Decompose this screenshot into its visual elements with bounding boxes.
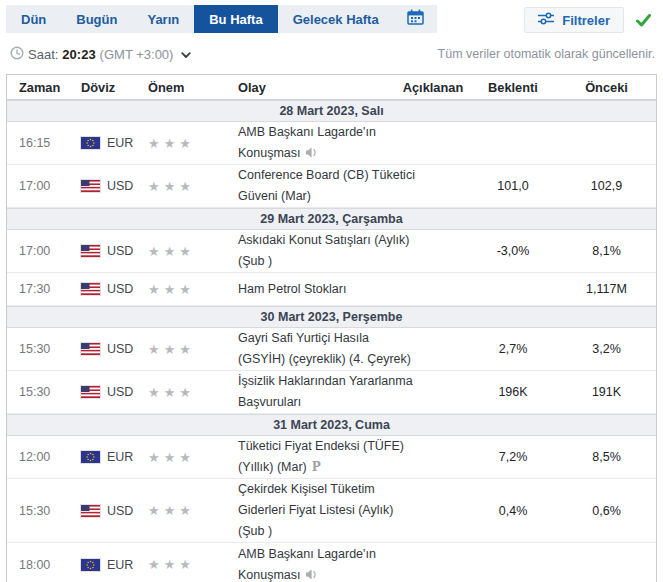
economic-calendar-page: DünBugünYarınBu HaftaGelecek Hafta (0, 0, 663, 582)
event-link[interactable]: Ham Petrol Stokları (238, 282, 346, 296)
tab-gelecek-hafta[interactable]: Gelecek Hafta (278, 5, 394, 33)
eu-flag-icon (81, 451, 100, 463)
event-time: 15:30 (7, 504, 69, 518)
event-time: 15:30 (7, 342, 69, 356)
date-section-header: 28 Mart 2023, Salı (7, 100, 656, 122)
event-currency: USD (69, 504, 136, 518)
col-header-aciklanan: Açıklanan (397, 80, 469, 95)
col-header-olay: Olay (226, 80, 397, 95)
event-time: 18:00 (7, 558, 69, 572)
tab-bu-hafta[interactable]: Bu Hafta (194, 5, 277, 33)
tab-dün[interactable]: Dün (6, 5, 61, 33)
event-currency: USD (69, 342, 136, 356)
event-time: 17:30 (7, 282, 69, 296)
event-cell: AMB Başkanı Lagarde'ın Konuşması (226, 544, 397, 582)
event-cell: Tüketici Fiyat Endeksi (TÜFE) (Yıllık) (… (226, 436, 397, 478)
event-row: 17:30USD★★★Ham Petrol Stokları1,117M (7, 273, 656, 306)
timebar: Saat:20:23 (GMT +3:00) Tüm veriler otoma… (10, 46, 655, 62)
currency-code: USD (107, 179, 133, 193)
event-cell: Çekirdek Kişisel Tüketim Giderleri Fiyat… (226, 479, 397, 542)
event-time: 16:15 (7, 136, 69, 150)
previous-value: 3,2% (557, 342, 656, 356)
col-header-onceki: Önceki (557, 80, 656, 95)
currency-code: USD (107, 244, 133, 258)
event-row: 12:00EUR★★★Tüketici Fiyat Endeksi (TÜFE)… (7, 436, 656, 479)
event-time: 15:30 (7, 385, 69, 399)
event-cell: Conference Board (CB) Tüketici Güveni (M… (226, 165, 397, 207)
eu-flag-icon (81, 137, 100, 149)
event-link[interactable]: Conference Board (CB) Tüketici Güveni (M… (238, 168, 415, 203)
event-currency: EUR (69, 136, 136, 150)
event-currency: EUR (69, 450, 136, 464)
event-link[interactable]: Çekirdek Kişisel Tüketim Giderleri Fiyat… (238, 482, 393, 538)
event-row: 15:30USD★★★Çekirdek Kişisel Tüketim Gide… (7, 479, 656, 543)
importance-stars: ★★★ (136, 282, 226, 297)
event-time: 12:00 (7, 450, 69, 464)
previous-value: 102,9 (557, 179, 656, 193)
event-currency: USD (69, 244, 136, 258)
speech-icon (306, 569, 318, 580)
filter-sliders-icon (538, 12, 554, 28)
clock-label: Saat: (28, 47, 58, 62)
col-header-zaman: Zaman (7, 80, 69, 95)
event-currency: USD (69, 179, 136, 193)
importance-stars: ★★★ (136, 179, 226, 194)
timezone-label: (GMT +3:00) (100, 47, 174, 62)
forecast-value: 7,2% (469, 450, 557, 464)
speech-icon (306, 147, 318, 158)
event-currency: EUR (69, 558, 136, 572)
event-row: 16:15EUR★★★AMB Başkanı Lagarde'ın Konuşm… (7, 122, 656, 165)
forecast-value: 101,0 (469, 179, 557, 193)
event-row: 15:30USD★★★Gayri Safi Yurtiçi Hasıla (GS… (7, 328, 656, 371)
currency-code: USD (107, 282, 133, 296)
event-link[interactable]: Tüketici Fiyat Endeksi (TÜFE) (Yıllık) (… (238, 439, 404, 474)
event-row: 15:30USD★★★İşsizlik Haklarından Yararlan… (7, 371, 656, 414)
current-time: 20:23 (62, 47, 95, 62)
event-row: 17:00USD★★★Conference Board (CB) Tüketic… (7, 165, 656, 208)
apply-check-icon[interactable] (636, 14, 651, 27)
previous-value: 8,5% (557, 450, 656, 464)
currency-code: USD (107, 385, 133, 399)
filters-button-label: Filtreler (562, 13, 610, 28)
us-flag-icon (81, 180, 100, 192)
us-flag-icon (81, 245, 100, 257)
event-link[interactable]: Askıdaki Konut Satışları (Aylık) (Şub ) (238, 233, 409, 268)
us-flag-icon (81, 343, 100, 355)
col-header-doviz: Döviz (69, 80, 136, 95)
eu-flag-icon (81, 559, 100, 571)
tab-bugün[interactable]: Bugün (61, 5, 132, 33)
date-section-header: 31 Mart 2023, Cuma (7, 414, 656, 436)
event-time: 17:00 (7, 179, 69, 193)
clock-icon (10, 46, 24, 63)
importance-stars: ★★★ (136, 136, 226, 151)
forecast-value: 0,4% (469, 504, 557, 518)
forecast-value: 196K (469, 385, 557, 399)
currency-code: USD (107, 504, 133, 518)
calendar-icon (407, 9, 424, 29)
preliminary-icon: P (312, 460, 321, 474)
currency-code: USD (107, 342, 133, 356)
forecast-value: 2,7% (469, 342, 557, 356)
filters-button[interactable]: Filtreler (524, 7, 624, 33)
timezone-selector[interactable]: Saat:20:23 (GMT +3:00) (10, 46, 191, 63)
col-header-beklenti: Beklenti (469, 80, 557, 95)
importance-stars: ★★★ (136, 450, 226, 465)
previous-value: 8,1% (557, 244, 656, 258)
col-header-onem: Önem (136, 80, 226, 95)
event-link[interactable]: Gayri Safi Yurtiçi Hasıla (GSYİH) (çeyre… (238, 331, 411, 366)
us-flag-icon (81, 386, 100, 398)
tab-yarın[interactable]: Yarın (132, 5, 194, 33)
economic-calendar-table: Zaman Döviz Önem Olay Açıklanan Beklenti… (6, 74, 657, 582)
event-currency: USD (69, 282, 136, 296)
previous-value: 191K (557, 385, 656, 399)
chevron-down-icon (181, 52, 191, 59)
importance-stars: ★★★ (136, 244, 226, 259)
calendar-picker-button[interactable] (394, 5, 437, 33)
event-link[interactable]: İşsizlik Haklarından Yararlanma Başvurul… (238, 374, 413, 409)
currency-code: EUR (107, 450, 133, 464)
event-time: 17:00 (7, 244, 69, 258)
importance-stars: ★★★ (136, 342, 226, 357)
event-cell: AMB Başkanı Lagarde'ın Konuşması (226, 122, 397, 164)
date-section-header: 29 Mart 2023, Çarşamba (7, 208, 656, 230)
currency-code: EUR (107, 558, 133, 572)
